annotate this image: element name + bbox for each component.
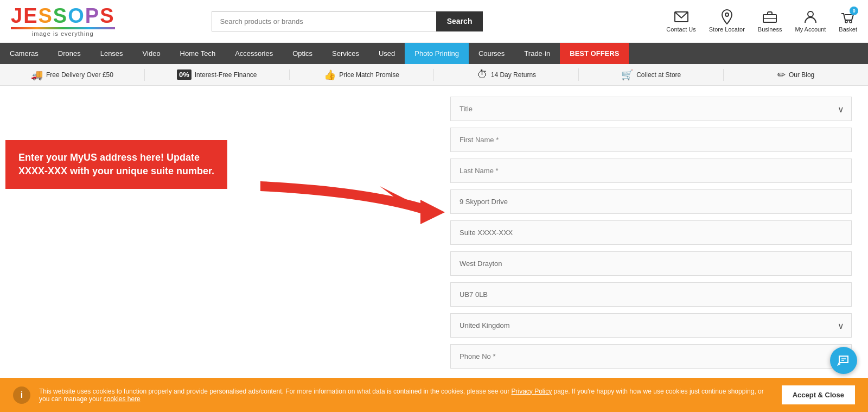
chat-button[interactable]	[830, 347, 857, 374]
annotation-arrow	[260, 170, 445, 224]
person-icon	[803, 10, 818, 24]
business-label: Business	[758, 26, 782, 33]
phone-input[interactable]	[450, 344, 852, 369]
privacy-policy-link[interactable]: Privacy Policy	[512, 388, 552, 395]
logo-tagline: image is everything	[32, 30, 94, 37]
nav-optics[interactable]: Optics	[283, 43, 322, 64]
title-field: ∨	[450, 97, 852, 121]
nav-cameras[interactable]: Cameras	[0, 43, 48, 64]
business-link[interactable]: Business	[758, 10, 782, 33]
basket-label: Basket	[839, 26, 857, 33]
cookie-banner: i This website uses cookies to function …	[0, 378, 868, 412]
first-name-input[interactable]	[450, 128, 852, 152]
last-name-field	[450, 159, 852, 183]
annotation-line1: Enter your MyUS address here! Update	[18, 151, 214, 164]
nav-drones[interactable]: Drones	[48, 43, 91, 64]
promo-returns: ⏱ 14 Day Returns	[434, 68, 579, 81]
main-nav: Cameras Drones Lenses Video Home Tech Ac…	[0, 43, 868, 64]
promo-bar: 🚚 Free Delivery Over £50 0% Interest-Fre…	[0, 64, 868, 86]
address1-field	[450, 189, 852, 214]
promo-price-match: 👍 Price Match Promise	[290, 69, 435, 81]
returns-icon: ⏱	[477, 68, 488, 81]
promo-price-match-text: Price Match Promise	[339, 71, 399, 79]
country-input[interactable]	[450, 313, 852, 338]
logo[interactable]: JESSOPS image is everything	[11, 5, 115, 37]
promo-free-delivery: 🚚 Free Delivery Over £50	[0, 69, 145, 81]
svg-marker-8	[420, 200, 445, 224]
annotation-line2: XXXX-XXX with your unique suite number.	[18, 164, 214, 178]
nav-accessories[interactable]: Accessories	[225, 43, 283, 64]
promo-blog: ✏ Our Blog	[724, 69, 868, 81]
annotation-box: Enter your MyUS address here! Update XXX…	[5, 140, 227, 189]
location-icon	[720, 10, 734, 24]
svg-point-1	[725, 13, 729, 16]
my-account-link[interactable]: My Account	[795, 10, 826, 33]
svg-point-4	[808, 11, 813, 17]
last-name-input[interactable]	[450, 159, 852, 183]
search-button[interactable]: Search	[436, 11, 483, 31]
address2-field	[450, 220, 852, 245]
cookie-text: This website uses cookies to function pr…	[39, 388, 773, 403]
header-icons: Contact Us Store Locator Business	[666, 10, 857, 33]
city-field	[450, 251, 852, 276]
store-locator-label: Store Locator	[709, 26, 745, 33]
first-name-field	[450, 128, 852, 152]
nav-trade-in[interactable]: Trade-in	[514, 43, 560, 64]
promo-collect-text: Collect at Store	[636, 71, 681, 79]
search-area: Search	[212, 11, 483, 31]
svg-point-6	[850, 21, 852, 23]
promo-blog-text: Our Blog	[789, 71, 814, 79]
address2-input[interactable]	[450, 220, 852, 245]
blog-icon: ✏	[777, 69, 786, 81]
contact-us-link[interactable]: Contact Us	[666, 10, 695, 33]
basket-badge: 0	[850, 7, 858, 15]
left-panel: Enter your MyUS address here! Update XXX…	[0, 86, 445, 412]
country-field: ∨	[450, 313, 852, 338]
delivery-icon: 🚚	[31, 69, 43, 81]
nav-courses[interactable]: Courses	[469, 43, 514, 64]
mail-icon	[674, 10, 688, 24]
my-account-label: My Account	[795, 26, 826, 33]
basket-icon: 0	[841, 10, 855, 24]
cookie-accept-button[interactable]: Accept & Close	[782, 385, 855, 404]
promo-interest-free: 0% Interest-Free Finance	[145, 69, 290, 80]
briefcase-icon	[763, 10, 777, 24]
nav-lenses[interactable]: Lenses	[91, 43, 133, 64]
main-content: Enter your MyUS address here! Update XXX…	[0, 86, 868, 412]
thumbs-up-icon: 👍	[324, 69, 336, 81]
promo-interest-free-text: Interest-Free Finance	[195, 71, 257, 79]
collect-icon: 🛒	[621, 69, 633, 81]
search-input[interactable]	[212, 11, 436, 31]
city-input[interactable]	[450, 251, 852, 276]
promo-returns-text: 14 Day Returns	[491, 71, 536, 79]
title-input[interactable]	[450, 97, 852, 121]
store-locator-link[interactable]: Store Locator	[709, 10, 745, 33]
finance-icon: 0%	[177, 69, 192, 80]
nav-video[interactable]: Video	[133, 43, 170, 64]
address1-input[interactable]	[450, 189, 852, 214]
nav-photo-printing[interactable]: Photo Printing	[405, 43, 469, 64]
postcode-field	[450, 282, 852, 307]
cookie-info-icon: i	[13, 386, 30, 404]
promo-free-delivery-text: Free Delivery Over £50	[46, 71, 113, 79]
nav-services[interactable]: Services	[322, 43, 369, 64]
svg-point-5	[845, 21, 847, 23]
site-header: JESSOPS image is everything Search Conta…	[0, 0, 868, 43]
nav-used[interactable]: Used	[369, 43, 405, 64]
nav-best-offers[interactable]: BEST OFFERS	[560, 43, 629, 64]
phone-field	[450, 344, 852, 369]
cookies-here-link[interactable]: cookies here	[104, 395, 141, 403]
postcode-input[interactable]	[450, 282, 852, 307]
basket-link[interactable]: 0 Basket	[839, 10, 857, 33]
nav-home-tech[interactable]: Home Tech	[170, 43, 226, 64]
form-panel: ∨ ∨	[445, 86, 868, 412]
contact-us-label: Contact Us	[666, 26, 695, 33]
promo-collect: 🛒 Collect at Store	[579, 69, 724, 81]
